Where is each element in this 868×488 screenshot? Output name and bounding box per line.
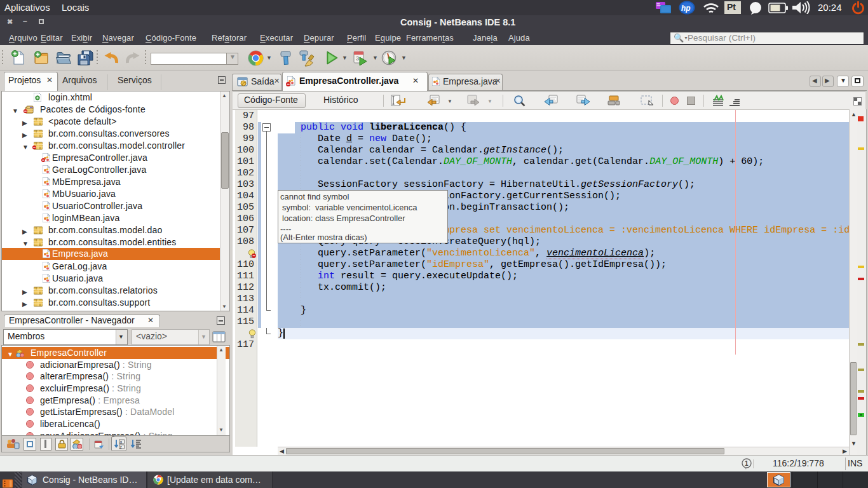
svg-text:1: 1 <box>745 460 749 467</box>
svg-text:hp: hp <box>681 4 691 13</box>
svg-text:z: z <box>120 445 122 449</box>
svg-text:3: 3 <box>356 55 359 62</box>
svg-text:a: a <box>120 440 123 444</box>
